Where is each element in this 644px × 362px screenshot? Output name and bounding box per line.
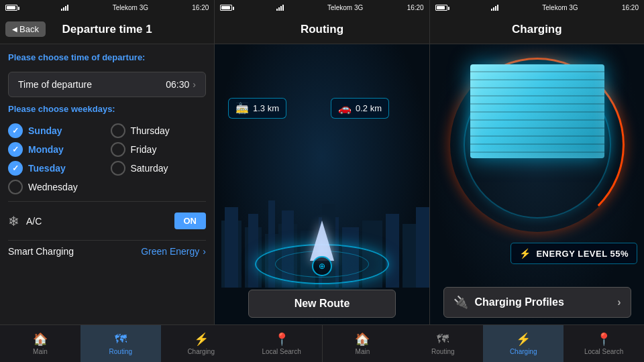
header-middle: Routing xyxy=(215,15,429,44)
time-1: 16:20 xyxy=(192,4,209,11)
battery-2 xyxy=(220,5,232,11)
carrier-2: Telekom 3G xyxy=(327,4,363,11)
signal-3 xyxy=(491,4,498,11)
nav-routing-right[interactable]: 🗺 Routing xyxy=(402,325,483,362)
signal-2 xyxy=(276,4,284,11)
time-3: 16:20 xyxy=(622,4,639,11)
nav-charging-right[interactable]: ⚡ Charging xyxy=(483,325,564,362)
nav-charging-left[interactable]: ⚡ Charging xyxy=(161,325,241,362)
nav-local-left[interactable]: 📍 Local Search xyxy=(241,325,322,362)
charging-icon-left: ⚡ xyxy=(194,332,209,347)
energy-icon: ⚡ xyxy=(519,248,531,259)
nav-main-left[interactable]: 🏠 Main xyxy=(0,325,80,362)
energy-level: ENERGY LEVEL 55% xyxy=(536,249,629,259)
back-button[interactable]: Back xyxy=(5,21,46,37)
routing-icon-right: 🗺 xyxy=(437,333,449,347)
car-distance: 0.2 km xyxy=(356,103,382,113)
nav-center-icon: ⊕ xyxy=(312,256,332,276)
weekday-friday[interactable]: Friday xyxy=(111,142,207,157)
tram-distance: 1.3 km xyxy=(253,103,279,113)
friday-check xyxy=(111,142,125,157)
weekday-wednesday[interactable]: Wednesday xyxy=(8,180,104,194)
smart-row[interactable]: Smart Charging Green Energy › xyxy=(8,240,206,262)
carrier-1: Telekom 3G xyxy=(113,4,148,11)
battery-1 xyxy=(5,5,17,11)
smart-chevron: › xyxy=(203,246,206,257)
route-badge-tram: 🚋 1.3 km xyxy=(228,98,286,119)
ac-row: ❄ A/C ON xyxy=(8,208,206,233)
status-bars: Telekom 3G 16:20 Telekom 3G 16:20 Teleko… xyxy=(0,0,644,15)
nav-main-right[interactable]: 🏠 Main xyxy=(323,325,403,362)
weekday-thursday[interactable]: Thursday xyxy=(111,123,207,138)
weekdays-grid: Sunday Thursday Monday Friday Tuesday xyxy=(8,123,206,194)
monday-check xyxy=(8,142,23,157)
main-icon-left: 🏠 xyxy=(33,332,48,347)
middle-panel-title: Routing xyxy=(301,23,343,36)
main-icon-right: 🏠 xyxy=(355,332,370,347)
smart-label: Smart Charging xyxy=(8,246,141,257)
carrier-3: Telekom 3G xyxy=(542,4,578,11)
charging-icon-right: ⚡ xyxy=(516,332,531,347)
departure-label: Time of departure xyxy=(18,79,92,90)
charging-profiles-label: Charging Profiles xyxy=(475,296,564,308)
battery-3d xyxy=(470,64,604,158)
weekday-tuesday[interactable]: Tuesday xyxy=(8,161,104,176)
svg-rect-15 xyxy=(416,207,429,288)
saturday-check xyxy=(111,161,125,176)
header-left: Back Departure time 1 xyxy=(0,15,215,44)
weekday-sunday[interactable]: Sunday xyxy=(8,123,104,138)
new-route-button[interactable]: New Route xyxy=(248,290,396,318)
departure-chevron: › xyxy=(193,79,196,90)
nav-local-right[interactable]: 📍 Local Search xyxy=(564,325,644,362)
navigation-arrow xyxy=(310,221,334,261)
wednesday-check xyxy=(8,180,23,194)
svg-rect-1 xyxy=(225,207,238,288)
right-panel-title: Charging xyxy=(512,23,562,36)
header-right: Charging xyxy=(430,15,644,44)
charging-profiles-icon: 🔌 xyxy=(453,295,468,310)
time-row[interactable]: Time of departure 06:30 › xyxy=(8,72,206,97)
charging-profiles-chevron: › xyxy=(617,296,621,308)
right-panel: ⚡ ENERGY LEVEL 55% 🔌 Charging Profiles › xyxy=(429,44,644,324)
status-bar-3: Telekom 3G 16:20 xyxy=(430,0,644,15)
nav-section-right: 🏠 Main 🗺 Routing ⚡ Charging 📍 Local Sear… xyxy=(323,325,645,362)
local-icon-right: 📍 xyxy=(596,332,611,347)
ac-label: A/C xyxy=(26,216,168,227)
weekday-monday[interactable]: Monday xyxy=(8,142,104,157)
left-panel: Please choose time of departure: Time of… xyxy=(0,44,215,324)
nav-routing-left[interactable]: 🗺 Routing xyxy=(80,325,161,362)
bottom-nav: 🏠 Main 🗺 Routing ⚡ Charging 📍 Local Sear… xyxy=(0,324,644,362)
car-icon: 🚗 xyxy=(338,102,352,115)
tram-icon: 🚋 xyxy=(235,102,249,115)
sunday-check xyxy=(8,123,23,138)
nav-section-left: 🏠 Main 🗺 Routing ⚡ Charging 📍 Local Sear… xyxy=(0,325,323,362)
thursday-check xyxy=(111,123,125,138)
ac-toggle[interactable]: ON xyxy=(174,213,207,229)
left-panel-title: Departure time 1 xyxy=(62,23,152,36)
tuesday-check xyxy=(8,161,23,176)
route-badge-car: 🚗 0.2 km xyxy=(331,98,389,119)
time-2: 16:20 xyxy=(407,4,424,11)
routing-icon-left: 🗺 xyxy=(115,333,127,347)
status-bar-2: Telekom 3G 16:20 xyxy=(215,0,429,15)
weekdays-section-title: Please choose weekdays: xyxy=(8,104,206,114)
departure-value: 06:30 › xyxy=(166,79,196,90)
svg-rect-3 xyxy=(248,214,258,288)
battery-visual xyxy=(470,64,604,158)
charging-profiles-button[interactable]: 🔌 Charging Profiles › xyxy=(443,287,631,318)
departure-section-title: Please choose time of departure: xyxy=(8,52,206,62)
main-content: Please choose time of departure: Time of… xyxy=(0,44,644,324)
battery-3 xyxy=(435,5,447,11)
smart-value: Green Energy › xyxy=(141,246,206,257)
header-row: Back Departure time 1 Routing Charging xyxy=(0,15,644,44)
svg-rect-13 xyxy=(386,214,399,288)
signal-1 xyxy=(61,4,68,11)
energy-badge: ⚡ ENERGY LEVEL 55% xyxy=(511,243,637,264)
middle-panel: ⊕ 🚋 1.3 km 🚗 0.2 km New Route xyxy=(215,44,429,324)
local-icon-left: 📍 xyxy=(274,332,289,347)
status-bar-1: Telekom 3G 16:20 xyxy=(0,0,215,15)
ac-icon: ❄ xyxy=(8,213,19,229)
weekday-saturday[interactable]: Saturday xyxy=(111,161,207,176)
